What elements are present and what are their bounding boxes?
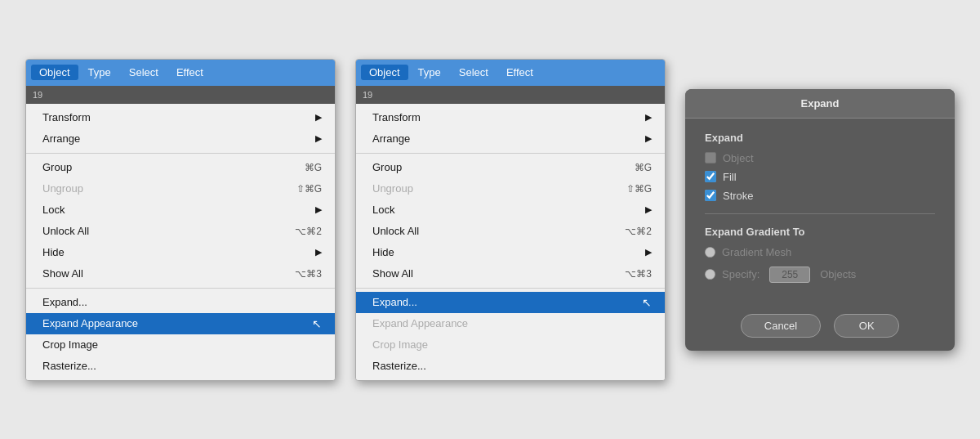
menu-bar-2: Object Type Select Effect (356, 60, 665, 86)
menu-items-2: Transform ▶ Arrange ▶ Group ⌘G Ungroup ⇧… (356, 104, 665, 380)
gradient-section-label: Expand Gradient To (705, 226, 935, 238)
arrow-icon: ▶ (645, 247, 652, 258)
menu-item-expand-appearance-1[interactable]: Expand Appearance ↖ (26, 313, 335, 334)
arrow-icon: ▶ (315, 133, 322, 144)
menu-bar-select-2[interactable]: Select (451, 65, 497, 80)
menu-bar-type-2[interactable]: Type (410, 65, 449, 80)
arrow-icon: ▶ (315, 112, 322, 123)
menu-item-group-1[interactable]: Group ⌘G (26, 157, 335, 178)
separator (356, 153, 665, 154)
menu-panel-2: Object Type Select Effect 19 Transform ▶… (355, 59, 666, 381)
menu-item-ungroup-2[interactable]: Ungroup ⇧⌘G (356, 178, 665, 199)
menu-item-expand-appearance-2[interactable]: Expand Appearance (356, 313, 665, 334)
specify-label: Specify: (722, 268, 760, 280)
menu-item-unlock-2[interactable]: Unlock All ⌥⌘2 (356, 221, 665, 242)
object-checkbox[interactable] (705, 152, 716, 164)
menu-item-rasterize-2[interactable]: Rasterize... (356, 356, 665, 377)
dialog-body: Expand Object Fill Stroke Expand Gradien… (685, 119, 955, 298)
specify-radio[interactable] (705, 269, 715, 280)
specify-input[interactable] (769, 267, 810, 283)
menu-item-expand-2[interactable]: Expand... ↖ (356, 292, 665, 313)
menu-item-transform-1[interactable]: Transform ▶ (26, 107, 335, 128)
dialog-title: Expand (801, 97, 840, 110)
separator (356, 288, 665, 289)
menu-item-hide-2[interactable]: Hide ▶ (356, 242, 665, 263)
menu-bar-object-1[interactable]: Object (31, 65, 78, 80)
menu-bar-effect-2[interactable]: Effect (498, 65, 541, 80)
gradient-mesh-label: Gradient Mesh (722, 246, 791, 258)
menu-bar-1: Object Type Select Effect (26, 60, 335, 86)
arrow-icon: ▶ (645, 204, 652, 215)
menu-bar-object-2[interactable]: Object (361, 65, 408, 80)
menu-item-lock-2[interactable]: Lock ▶ (356, 199, 665, 221)
menu-item-showall-2[interactable]: Show All ⌥⌘3 (356, 263, 665, 284)
gradient-mesh-radio[interactable] (705, 247, 715, 258)
menu-bar-type-1[interactable]: Type (80, 65, 119, 80)
arrow-icon: ▶ (315, 204, 322, 215)
canvas-strip-2: 19 (356, 86, 665, 104)
arrow-icon: ▶ (645, 133, 652, 144)
separator (26, 153, 335, 154)
expand-section-label: Expand (705, 132, 935, 144)
menu-panel-1: Object Type Select Effect 19 Transform ▶… (25, 59, 336, 381)
menu-item-arrange-2[interactable]: Arrange ▶ (356, 128, 665, 150)
dialog-buttons: Cancel OK (685, 314, 955, 338)
specify-row: Specify: Objects (705, 267, 935, 283)
menu-item-hide-1[interactable]: Hide ▶ (26, 242, 335, 263)
menu-item-arrange-1[interactable]: Arrange ▶ (26, 128, 335, 150)
menu-bar-effect-1[interactable]: Effect (168, 65, 212, 80)
menu-item-rasterize-1[interactable]: Rasterize... (26, 356, 335, 377)
objects-label: Objects (820, 268, 856, 280)
cursor-icon: ↖ (312, 317, 322, 330)
menu-items-1: Transform ▶ Arrange ▶ Group ⌘G Ungroup ⇧… (26, 104, 335, 380)
menu-item-lock-1[interactable]: Lock ▶ (26, 199, 335, 221)
menu-item-unlock-1[interactable]: Unlock All ⌥⌘2 (26, 221, 335, 242)
expand-dialog: Expand Expand Object Fill Stroke Expand … (685, 89, 955, 351)
dialog-divider (705, 213, 935, 214)
cancel-button[interactable]: Cancel (741, 314, 821, 338)
fill-checkbox[interactable] (705, 171, 716, 182)
stroke-label: Stroke (723, 190, 754, 202)
menu-item-transform-2[interactable]: Transform ▶ (356, 107, 665, 128)
menu-bar-select-1[interactable]: Select (121, 65, 167, 80)
stroke-checkbox[interactable] (705, 190, 716, 201)
menu-item-group-2[interactable]: Group ⌘G (356, 157, 665, 178)
object-checkbox-row: Object (705, 152, 935, 164)
arrow-icon: ▶ (645, 112, 652, 123)
menu-item-showall-1[interactable]: Show All ⌥⌘3 (26, 263, 335, 284)
arrow-icon: ▶ (315, 247, 322, 258)
menu-item-crop-1[interactable]: Crop Image (26, 334, 335, 356)
cursor-icon: ↖ (642, 296, 652, 309)
dialog-title-bar: Expand (685, 89, 955, 119)
menu-item-crop-2[interactable]: Crop Image (356, 334, 665, 356)
separator (26, 288, 335, 289)
stroke-checkbox-row: Stroke (705, 190, 935, 202)
menu-item-ungroup-1[interactable]: Ungroup ⇧⌘G (26, 178, 335, 199)
gradient-mesh-row: Gradient Mesh (705, 246, 935, 258)
object-label: Object (723, 152, 754, 164)
fill-label: Fill (723, 171, 737, 183)
ok-button[interactable]: OK (834, 314, 899, 338)
menu-item-expand-1[interactable]: Expand... (26, 292, 335, 313)
fill-checkbox-row: Fill (705, 171, 935, 183)
canvas-strip-1: 19 (26, 86, 335, 104)
